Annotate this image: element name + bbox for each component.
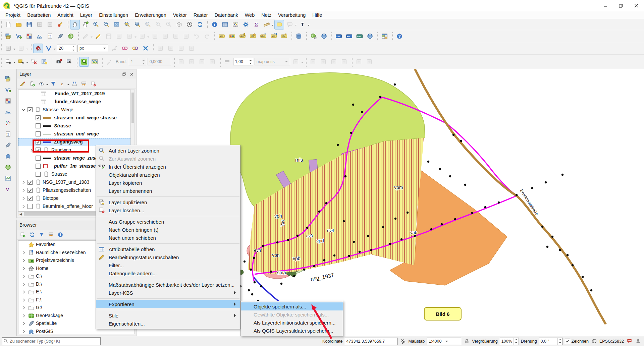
rotate-label-icon[interactable]: abc (269, 31, 278, 41)
menu-hilfe[interactable]: Hilfe (309, 12, 325, 18)
geometry-check-2-icon[interactable] (166, 44, 175, 53)
zoom-native-icon[interactable]: 1:1 (143, 20, 153, 30)
snapping-tolerance-spinbox[interactable]: 20 (57, 45, 76, 52)
render-checkbox[interactable]: Zeichnen (565, 339, 589, 344)
menu-item-bearbeitungsstatus-umschalten[interactable]: Bearbeitungsstatus umschalten (96, 253, 240, 261)
expander-icon[interactable] (21, 258, 26, 263)
layer-visibility-checkbox[interactable] (28, 188, 33, 193)
vertex-tool-dropdown[interactable] (135, 37, 137, 39)
expander-icon[interactable] (21, 266, 26, 271)
menu-item-exportieren[interactable]: Exportieren (96, 300, 240, 308)
expander-icon[interactable] (21, 250, 26, 255)
raster-stretch-icon[interactable] (176, 57, 186, 67)
measure-line-icon[interactable] (262, 20, 271, 30)
decoration-2-icon[interactable] (319, 57, 328, 67)
width-units-combo[interactable]: map units (255, 58, 290, 65)
processing-toolbox-icon[interactable] (241, 20, 251, 30)
pan-map-icon[interactable] (70, 20, 80, 30)
vertex-tool-icon[interactable] (124, 31, 134, 41)
paste-features-icon[interactable] (181, 31, 191, 41)
magnifier-spin[interactable]: 100% (500, 338, 519, 345)
add-delimited-text-layer-icon[interactable]: a,b1,2 (3, 129, 13, 139)
select-features-dropdown[interactable] (13, 62, 15, 64)
crs-icon[interactable] (591, 338, 597, 345)
menu-item-layer-duplizieren[interactable]: Layer duplizieren (96, 198, 240, 206)
add-selected-layers-icon[interactable] (18, 230, 27, 239)
light-table-1-icon[interactable] (354, 57, 364, 67)
add-vector-layer-icon[interactable] (14, 31, 23, 41)
filter-browser-icon[interactable] (37, 230, 46, 239)
add-feature-icon[interactable] (114, 31, 124, 41)
menu-item-aus-gruppe-verschieben[interactable]: Aus Gruppe verschieben (96, 218, 240, 226)
new-3d-map-view-icon[interactable] (174, 20, 184, 30)
geometry-check-3-icon[interactable] (176, 44, 186, 53)
snapping-mode-icon[interactable] (44, 44, 53, 53)
menu-item-datenquelle-ändern-[interactable]: Datenquelle ändern... (96, 269, 240, 277)
lock-scale-icon[interactable] (463, 338, 470, 345)
menu-erweiterungen[interactable]: Erweiterungen (131, 12, 170, 18)
restore-button[interactable] (613, 0, 629, 11)
expander-icon[interactable] (21, 282, 26, 287)
zoom-full-icon[interactable] (112, 20, 121, 30)
new-annotation-dropdown[interactable] (295, 25, 297, 27)
close-button[interactable] (629, 0, 644, 11)
map-tips-icon[interactable] (274, 20, 284, 30)
expander-icon[interactable] (21, 204, 26, 209)
topological-editing-icon[interactable] (109, 44, 119, 53)
line-width-spinbox[interactable]: 1,00 (233, 58, 253, 65)
line-width-icon-icon[interactable] (222, 57, 232, 67)
add-raster-layer-icon[interactable] (24, 31, 34, 41)
quickmap-services-icon[interactable] (90, 57, 99, 67)
extents-toggle-icon[interactable] (400, 338, 407, 345)
layer-visibility-checkbox[interactable] (28, 107, 33, 112)
select-features-icon[interactable] (3, 57, 13, 67)
menu-netz[interactable]: Netz (258, 12, 275, 18)
layer-visibility-checkbox[interactable] (36, 156, 41, 161)
zoom-in-icon[interactable] (91, 20, 101, 30)
add-delimited-text-layer-icon[interactable]: a,b1,2 (45, 31, 55, 41)
menu-item-als-qgis-layerstildatei-speichern-[interactable]: Als QGIS-Layerstildatei speichern... (241, 327, 343, 335)
menu-item-layer-löschen-[interactable]: Layer löschen... (96, 206, 240, 214)
layer-visibility-checkbox[interactable] (28, 196, 33, 201)
add-point-cloud-layer-icon[interactable] (3, 118, 13, 128)
geoprocessing-web-icon[interactable] (309, 31, 318, 41)
open-layer-styling-icon[interactable] (18, 79, 27, 88)
float-panel-icon[interactable] (121, 71, 127, 77)
expand-all-icon[interactable] (70, 79, 79, 88)
layer-visibility-checkbox[interactable] (36, 123, 41, 128)
menu-item-auf-den-layer-zoomen[interactable]: Auf den Layer zoomen (96, 147, 240, 155)
manage-map-themes-icon[interactable] (37, 79, 46, 88)
html-image-export-icon[interactable]: HTML (355, 31, 364, 41)
decoration-1-icon[interactable] (308, 57, 318, 67)
layer-visibility-checkbox[interactable] (28, 180, 33, 185)
menu-ansicht[interactable]: Ansicht (54, 12, 77, 18)
menu-item-zur-auswahl-zoomen[interactable]: Zur Auswahl zoomen (96, 155, 240, 163)
menu-item-nach-unten-schieben[interactable]: Nach unten schieben (96, 234, 240, 242)
snapping-units-combo[interactable]: px (77, 45, 108, 52)
layer-item-strassen-und-wege[interactable]: strassen_und_wege (18, 130, 131, 138)
expander-icon[interactable] (21, 321, 26, 326)
snapping-on-intersection-icon[interactable] (120, 44, 129, 53)
new-annotation-icon[interactable] (285, 20, 294, 30)
menu-item-filter-[interactable]: Filter... (96, 261, 240, 269)
text-annotation-icon[interactable]: T (298, 20, 307, 30)
remove-layer-icon[interactable] (89, 79, 98, 88)
filter-legend-icon[interactable] (49, 79, 58, 88)
raster-gamma-icon[interactable] (208, 57, 217, 67)
toggle-editing-icon[interactable] (93, 31, 103, 41)
raster-histogram-icon[interactable] (187, 57, 197, 67)
menu-item-layer-kopieren[interactable]: Layer kopieren (96, 179, 240, 187)
add-wms-layer-icon[interactable] (66, 31, 75, 41)
manage-map-themes-dropdown[interactable] (46, 84, 48, 86)
collapse-all-browser-icon[interactable] (47, 230, 55, 239)
cut-features-icon[interactable] (160, 31, 170, 41)
raster-value-picker-icon[interactable] (104, 57, 114, 67)
layer-item-funde-strasse-wege[interactable]: funde_strasse_wege (18, 98, 131, 106)
menu-datenbank[interactable]: Datenbank (211, 12, 241, 18)
modify-attributes-icon[interactable] (137, 31, 147, 41)
delete-selected-icon[interactable] (150, 31, 160, 41)
filter-by-expression-dropdown[interactable] (67, 84, 69, 86)
identify-features-icon[interactable] (210, 20, 219, 30)
osm-place-search-icon[interactable] (79, 57, 89, 67)
add-wms-layer-icon[interactable] (3, 162, 13, 172)
